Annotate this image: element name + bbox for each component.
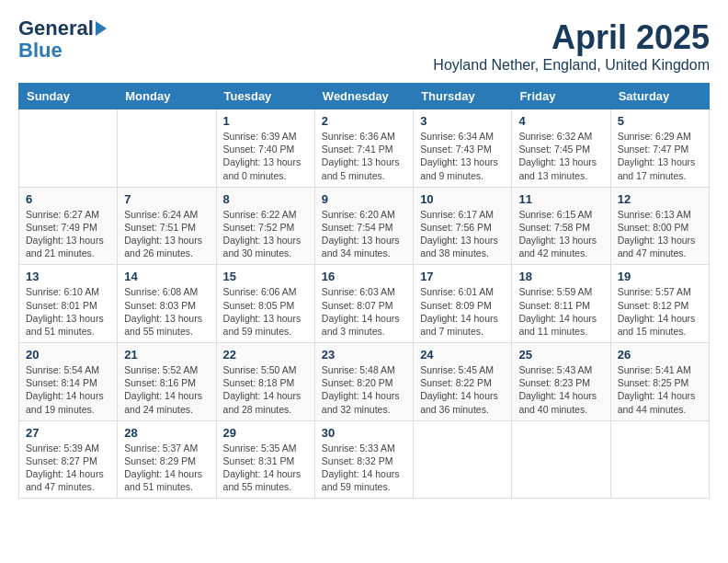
calendar-cell: 13Sunrise: 6:10 AMSunset: 8:01 PMDayligh…: [19, 265, 118, 343]
calendar-cell: 22Sunrise: 5:50 AMSunset: 8:18 PMDayligh…: [216, 343, 314, 421]
day-number: 11: [518, 192, 603, 206]
logo-arrow-icon: [96, 21, 107, 36]
week-row-4: 20Sunrise: 5:54 AMSunset: 8:14 PMDayligh…: [19, 343, 710, 421]
day-number: 25: [518, 348, 603, 362]
calendar-cell: [414, 420, 512, 499]
day-number: 1: [223, 114, 308, 128]
week-row-1: 1Sunrise: 6:39 AMSunset: 7:40 PMDaylight…: [19, 109, 710, 188]
cell-content: Sunrise: 5:37 AMSunset: 8:29 PMDaylight:…: [124, 442, 209, 494]
day-header-tuesday: Tuesday: [216, 84, 314, 109]
calendar-cell: 19Sunrise: 5:57 AMSunset: 8:12 PMDayligh…: [610, 265, 709, 343]
day-header-wednesday: Wednesday: [314, 84, 413, 109]
calendar-title: April 2025: [433, 18, 710, 57]
week-row-5: 27Sunrise: 5:39 AMSunset: 8:27 PMDayligh…: [19, 420, 710, 499]
calendar-cell: 3Sunrise: 6:34 AMSunset: 7:43 PMDaylight…: [414, 109, 512, 188]
day-number: 6: [26, 192, 110, 206]
cell-content: Sunrise: 6:32 AMSunset: 7:45 PMDaylight:…: [518, 130, 603, 182]
calendar-cell: 8Sunrise: 6:22 AMSunset: 7:52 PMDaylight…: [216, 187, 314, 265]
day-number: 14: [124, 270, 209, 283]
calendar-cell: 10Sunrise: 6:17 AMSunset: 7:56 PMDayligh…: [414, 187, 512, 265]
cell-content: Sunrise: 6:03 AMSunset: 8:07 PMDaylight:…: [322, 285, 406, 338]
day-number: 7: [124, 192, 209, 206]
calendar-cell: 6Sunrise: 6:27 AMSunset: 7:49 PMDaylight…: [19, 187, 118, 265]
day-number: 4: [518, 114, 603, 128]
calendar-cell: 27Sunrise: 5:39 AMSunset: 8:27 PMDayligh…: [19, 420, 118, 499]
day-number: 22: [223, 348, 308, 362]
day-number: 18: [518, 270, 603, 283]
day-number: 10: [420, 192, 505, 206]
calendar-cell: 20Sunrise: 5:54 AMSunset: 8:14 PMDayligh…: [19, 343, 118, 421]
calendar-cell: [19, 109, 118, 188]
day-number: 3: [420, 114, 505, 128]
calendar-cell: 17Sunrise: 6:01 AMSunset: 8:09 PMDayligh…: [414, 265, 512, 343]
day-number: 13: [26, 270, 110, 283]
day-header-thursday: Thursday: [414, 84, 512, 109]
calendar-cell: 5Sunrise: 6:29 AMSunset: 7:47 PMDaylight…: [610, 109, 709, 188]
cell-content: Sunrise: 5:57 AMSunset: 8:12 PMDaylight:…: [618, 285, 702, 338]
day-number: 27: [26, 426, 110, 440]
cell-content: Sunrise: 6:36 AMSunset: 7:41 PMDaylight:…: [322, 130, 406, 182]
day-number: 28: [124, 426, 209, 440]
calendar-cell: 24Sunrise: 5:45 AMSunset: 8:22 PMDayligh…: [414, 343, 512, 421]
calendar-cell: 29Sunrise: 5:35 AMSunset: 8:31 PMDayligh…: [216, 420, 314, 499]
cell-content: Sunrise: 5:41 AMSunset: 8:25 PMDaylight:…: [618, 363, 702, 416]
calendar-subtitle: Hoyland Nether, England, United Kingdom: [433, 57, 710, 74]
calendar-cell: 28Sunrise: 5:37 AMSunset: 8:29 PMDayligh…: [118, 420, 216, 499]
week-row-2: 6Sunrise: 6:27 AMSunset: 7:49 PMDaylight…: [19, 187, 710, 265]
calendar-cell: 2Sunrise: 6:36 AMSunset: 7:41 PMDaylight…: [314, 109, 413, 188]
day-number: 16: [322, 270, 406, 283]
logo-general-text: General: [18, 18, 94, 39]
calendar-cell: 16Sunrise: 6:03 AMSunset: 8:07 PMDayligh…: [314, 265, 413, 343]
cell-content: Sunrise: 5:45 AMSunset: 8:22 PMDaylight:…: [420, 363, 505, 416]
day-number: 9: [322, 192, 406, 206]
cell-content: Sunrise: 6:39 AMSunset: 7:40 PMDaylight:…: [223, 130, 308, 182]
cell-content: Sunrise: 5:33 AMSunset: 8:32 PMDaylight:…: [322, 442, 406, 494]
day-number: 26: [618, 348, 702, 362]
cell-content: Sunrise: 6:15 AMSunset: 7:58 PMDaylight:…: [518, 208, 603, 260]
day-number: 2: [322, 114, 406, 128]
cell-content: Sunrise: 5:35 AMSunset: 8:31 PMDaylight:…: [223, 442, 308, 494]
cell-content: Sunrise: 6:17 AMSunset: 7:56 PMDaylight:…: [420, 208, 505, 260]
cell-content: Sunrise: 6:01 AMSunset: 8:09 PMDaylight:…: [420, 285, 505, 338]
calendar-cell: 9Sunrise: 6:20 AMSunset: 7:54 PMDaylight…: [314, 187, 413, 265]
calendar-cell: 12Sunrise: 6:13 AMSunset: 8:00 PMDayligh…: [610, 187, 709, 265]
day-header-friday: Friday: [512, 84, 610, 109]
cell-content: Sunrise: 6:27 AMSunset: 7:49 PMDaylight:…: [26, 208, 110, 260]
calendar-cell: 23Sunrise: 5:48 AMSunset: 8:20 PMDayligh…: [314, 343, 413, 421]
calendar-table: SundayMondayTuesdayWednesdayThursdayFrid…: [18, 83, 710, 499]
page-header: General Blue April 2025 Hoyland Nether, …: [18, 18, 710, 74]
cell-content: Sunrise: 6:10 AMSunset: 8:01 PMDaylight:…: [26, 285, 110, 338]
cell-content: Sunrise: 6:08 AMSunset: 8:03 PMDaylight:…: [124, 285, 209, 338]
day-header-sunday: Sunday: [19, 84, 118, 109]
day-number: 12: [618, 192, 702, 206]
day-header-saturday: Saturday: [610, 84, 709, 109]
calendar-header-row: SundayMondayTuesdayWednesdayThursdayFrid…: [19, 84, 710, 109]
calendar-cell: 18Sunrise: 5:59 AMSunset: 8:11 PMDayligh…: [512, 265, 610, 343]
logo: General Blue: [18, 18, 107, 63]
cell-content: Sunrise: 6:20 AMSunset: 7:54 PMDaylight:…: [322, 208, 406, 260]
day-number: 15: [223, 270, 308, 283]
week-row-3: 13Sunrise: 6:10 AMSunset: 8:01 PMDayligh…: [19, 265, 710, 343]
cell-content: Sunrise: 5:39 AMSunset: 8:27 PMDaylight:…: [26, 442, 110, 494]
calendar-cell: [512, 420, 610, 499]
day-number: 19: [618, 270, 702, 283]
day-number: 29: [223, 426, 308, 440]
calendar-cell: 14Sunrise: 6:08 AMSunset: 8:03 PMDayligh…: [118, 265, 216, 343]
day-number: 30: [322, 426, 406, 440]
calendar-cell: 26Sunrise: 5:41 AMSunset: 8:25 PMDayligh…: [610, 343, 709, 421]
calendar-cell: 15Sunrise: 6:06 AMSunset: 8:05 PMDayligh…: [216, 265, 314, 343]
day-number: 8: [223, 192, 308, 206]
cell-content: Sunrise: 5:54 AMSunset: 8:14 PMDaylight:…: [26, 363, 110, 416]
day-number: 20: [26, 348, 110, 362]
calendar-cell: 4Sunrise: 6:32 AMSunset: 7:45 PMDaylight…: [512, 109, 610, 188]
day-number: 5: [618, 114, 702, 128]
day-number: 24: [420, 348, 505, 362]
calendar-cell: [610, 420, 709, 499]
cell-content: Sunrise: 6:29 AMSunset: 7:47 PMDaylight:…: [618, 130, 702, 182]
cell-content: Sunrise: 5:43 AMSunset: 8:23 PMDaylight:…: [518, 363, 603, 416]
logo-blue-text: Blue: [18, 39, 63, 63]
cell-content: Sunrise: 6:22 AMSunset: 7:52 PMDaylight:…: [223, 208, 308, 260]
day-header-monday: Monday: [118, 84, 216, 109]
day-number: 17: [420, 270, 505, 283]
calendar-cell: 1Sunrise: 6:39 AMSunset: 7:40 PMDaylight…: [216, 109, 314, 188]
